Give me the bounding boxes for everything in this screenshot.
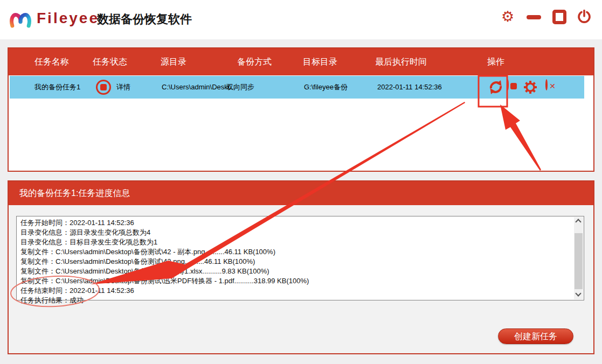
col-target-dir: 目标目录 xyxy=(303,48,337,75)
progress-title: 我的备份任务1:任务进度信息 xyxy=(19,181,130,205)
task-row[interactable]: 我的备份任务1 详情 C:\Users\admin\Deskt... 双向同步 … xyxy=(10,76,584,99)
task-name: 我的备份任务1 xyxy=(34,76,80,99)
log-line: 复制文件：C:\Users\admin\Desktop\备份测试\42.png.… xyxy=(20,257,572,267)
sync-icon[interactable] xyxy=(487,79,504,95)
last-run-time: 2022-01-11 14:52:36 xyxy=(377,76,442,99)
settings-gear-icon[interactable]: ⚙ xyxy=(500,9,515,24)
maximize-icon[interactable] xyxy=(552,10,566,24)
app-window: Fileyee 数据备份恢复软件 ⚙ 任务名称 任务状态 源目录 备份方式 目标… xyxy=(0,0,602,364)
log-line: 任务结束时间：2022-01-11 14:52:36 xyxy=(20,286,572,296)
stop-icon[interactable] xyxy=(96,80,111,95)
minimize-icon[interactable] xyxy=(527,15,541,19)
task-list-panel: 任务名称 任务状态 源目录 备份方式 目标目录 最后执行时间 操作 我的备份任务… xyxy=(8,47,594,172)
log-line: 复制文件：C:\Users\admin\Desktop\备份测试\工作簿1.xl… xyxy=(20,267,572,276)
target-dir: G:\fileyee备份 xyxy=(304,76,348,99)
title-bar: Fileyee 数据备份恢复软件 ⚙ xyxy=(0,0,602,39)
task-table-header: 任务名称 任务状态 源目录 备份方式 目标目录 最后执行时间 操作 xyxy=(9,48,593,75)
create-task-button[interactable]: 创建新任务 xyxy=(498,328,573,344)
scroll-down-icon[interactable] xyxy=(574,291,583,299)
col-source-dir: 源目录 xyxy=(161,48,186,75)
close-icon[interactable] xyxy=(545,79,548,90)
log-line: 复制文件：C:\Users\admin\Desktop\备份测试\42 - 副本… xyxy=(20,247,572,257)
brand-name: Fileyee xyxy=(37,10,99,27)
log-line: 复制文件：C:\Users\admin\Desktop\备份测试\迅米PDF转换… xyxy=(20,276,572,286)
progress-log-box[interactable]: 任务开始时间：2022-01-11 14:52:36 目录变化信息：源目录发生变… xyxy=(16,216,584,300)
status-detail-link[interactable]: 详情 xyxy=(116,76,130,99)
source-dir: C:\Users\admin\Deskt... xyxy=(162,76,236,99)
backup-mode: 双向同步 xyxy=(226,76,254,99)
log-line: 任务执行结果：成功 xyxy=(20,296,572,305)
stop-icon[interactable] xyxy=(507,79,509,90)
col-backup-mode: 备份方式 xyxy=(237,48,272,75)
scroll-up-icon[interactable] xyxy=(574,217,583,226)
log-line: 目录变化信息：目标目录发生变化项总数为1 xyxy=(20,237,572,247)
app-title: 数据备份恢复软件 xyxy=(97,11,192,27)
scrollbar[interactable] xyxy=(574,217,583,299)
log-line: 目录变化信息：源目录发生变化项总数为4 xyxy=(20,228,572,237)
fileyee-logo-icon xyxy=(8,6,33,32)
col-task-name: 任务名称 xyxy=(34,48,69,75)
progress-panel: 我的备份任务1:任务进度信息 任务开始时间：2022-01-11 14:52:3… xyxy=(8,180,594,354)
power-icon[interactable] xyxy=(577,9,592,24)
col-actions: 操作 xyxy=(487,48,504,75)
col-last-run: 最后执行时间 xyxy=(375,48,427,75)
log-line: 任务开始时间：2022-01-11 14:52:36 xyxy=(20,218,572,228)
progress-log-lines: 任务开始时间：2022-01-11 14:52:36 目录变化信息：源目录发生变… xyxy=(20,218,572,305)
scrollbar-thumb[interactable] xyxy=(575,233,583,289)
progress-panel-header: 我的备份任务1:任务进度信息 xyxy=(9,181,593,205)
gear-icon[interactable] xyxy=(523,80,538,95)
col-task-status: 任务状态 xyxy=(93,48,127,75)
